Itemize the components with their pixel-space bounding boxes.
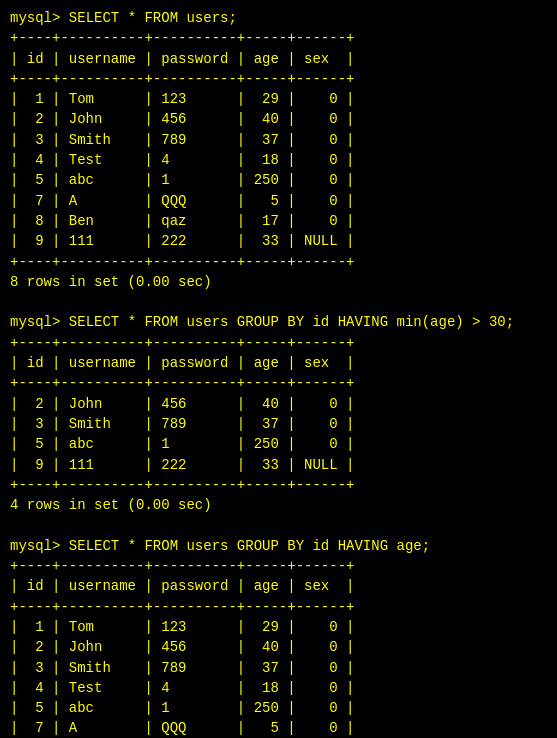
prompt1: mysql> <box>10 10 60 26</box>
result1: 8 rows in set (0.00 sec) <box>10 274 212 290</box>
query3: SELECT * FROM users GROUP BY id HAVING a… <box>60 538 430 554</box>
query1: SELECT * FROM users; <box>60 10 236 26</box>
prompt3: mysql> <box>10 538 60 554</box>
query2: SELECT * FROM users GROUP BY id HAVING m… <box>60 314 514 330</box>
terminal-content: mysql> SELECT * FROM users; +----+------… <box>10 8 547 738</box>
prompt2: mysql> <box>10 314 60 330</box>
result2: 4 rows in set (0.00 sec) <box>10 497 212 513</box>
